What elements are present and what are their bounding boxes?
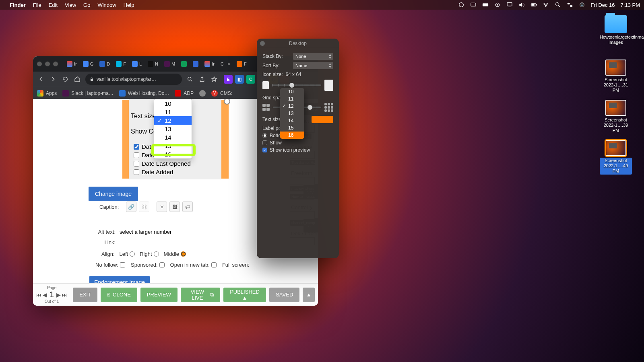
address-bar[interactable]: vanilla.tools/laptopmag/ar… <box>85 74 182 85</box>
close-icon[interactable] <box>260 41 265 46</box>
bookmark-globe[interactable] <box>199 90 206 97</box>
zoom-indicator[interactable] <box>186 75 194 83</box>
published-button[interactable]: PUBLISHED ▲ <box>223 288 266 302</box>
textsize-popup[interactable]: 10 11 12 13 14 15 16 <box>280 88 304 139</box>
forward-button[interactable] <box>49 75 57 83</box>
textsize-option[interactable]: 16 <box>154 150 192 158</box>
textsize-option[interactable]: 15 <box>154 142 192 150</box>
view-options-titlebar[interactable]: Desktop <box>257 39 339 48</box>
textsize-option[interactable]: 13 <box>154 125 192 133</box>
tab[interactable]: M <box>162 60 178 68</box>
desktop-folder[interactable]: Howtoenlargetextinma…images <box>600 15 632 45</box>
special-icon[interactable]: ✳ <box>157 202 167 212</box>
star-button[interactable] <box>210 75 218 83</box>
preview-button[interactable]: PREVIEW <box>140 288 178 302</box>
iconsize-slider[interactable] <box>272 84 321 86</box>
showinfo-checkbox[interactable]: Show <box>262 140 333 146</box>
sponsored-checkbox[interactable]: Sponsored: <box>131 262 165 268</box>
showpreview-checkbox[interactable]: ✓Show icon preview <box>262 147 333 153</box>
back-button[interactable] <box>37 75 45 83</box>
size-opt[interactable]: 15 <box>280 124 304 132</box>
size-opt-hover[interactable]: 16 <box>280 132 304 139</box>
clone-button[interactable]: ⎘CLONE <box>101 288 137 302</box>
size-opt[interactable]: 11 <box>280 95 304 103</box>
bookmark-slack[interactable]: Slack | laptop-ma… <box>62 90 114 97</box>
extension-icon[interactable]: C <box>246 75 255 84</box>
tab[interactable]: D <box>97 60 112 68</box>
col-checkbox-added[interactable]: Date Added <box>134 169 217 175</box>
spotlight-icon[interactable] <box>555 2 561 8</box>
tab[interactable]: Ir <box>64 60 79 68</box>
tab[interactable]: N <box>145 60 161 68</box>
menubar-help[interactable]: Help <box>124 2 134 8</box>
tab[interactable] <box>190 60 201 68</box>
display-icon[interactable] <box>506 2 513 8</box>
tab[interactable]: Ir <box>202 60 217 68</box>
extension-icon[interactable]: ◧ <box>235 75 244 84</box>
zoom-icon[interactable] <box>53 62 58 66</box>
image-icon[interactable]: 🖼 <box>169 202 180 212</box>
saved-button[interactable]: SAVED <box>269 288 299 302</box>
bookmark-cms[interactable]: VCMS: <box>211 90 232 97</box>
menubar-file[interactable]: File <box>33 2 41 8</box>
change-image-button[interactable]: Change image <box>89 187 138 201</box>
desktop-screenshot-2[interactable]: Screenshot 2022-1….39 PM <box>600 100 632 134</box>
menubar-view[interactable]: View <box>65 2 76 8</box>
screenmirror-icon[interactable] <box>470 2 477 8</box>
menubar-go[interactable]: Go <box>83 2 90 8</box>
menubar-app[interactable]: Finder <box>10 2 26 8</box>
menuextra-icon[interactable] <box>458 2 464 8</box>
reload-button[interactable] <box>61 75 69 83</box>
circle-icon[interactable] <box>494 2 501 8</box>
pager-prev[interactable]: ◀ <box>43 292 47 298</box>
stackby-select[interactable]: None▲▼ <box>293 53 333 60</box>
textsize-option[interactable]: 11 <box>154 108 192 116</box>
tab[interactable]: F <box>114 60 128 68</box>
wifi-icon[interactable] <box>543 2 549 8</box>
bookmark-webhosting[interactable]: Web Hosting, Do… <box>119 90 169 97</box>
bookmark-apps[interactable]: Apps <box>37 90 57 97</box>
keyboard-icon[interactable] <box>482 2 489 8</box>
pager-next[interactable]: ▶ <box>56 292 61 298</box>
textsize-option-selected[interactable]: 12 <box>154 116 192 125</box>
tag-icon[interactable]: 🏷 <box>182 202 193 212</box>
alttext-value[interactable]: select a larger number <box>120 229 171 235</box>
tab[interactable]: F <box>234 60 249 68</box>
menubar-window[interactable]: Window <box>97 2 116 8</box>
size-opt[interactable]: 14 <box>280 117 304 124</box>
exit-button[interactable]: EXIT <box>73 288 97 302</box>
menubar-date[interactable]: Fri Dec 16 <box>591 2 615 8</box>
pager-first[interactable]: ⏮ <box>36 292 42 298</box>
menubar-time[interactable]: 7:13 PM <box>621 2 640 8</box>
nofollow-checkbox[interactable]: No follow: <box>95 262 125 268</box>
viewlive-button[interactable]: VIEW LIVE ⧉ <box>181 288 220 302</box>
link-icon[interactable]: 🔗 <box>126 202 136 212</box>
size-opt[interactable]: 10 <box>280 88 304 95</box>
minimize-icon[interactable] <box>45 62 50 66</box>
textsize-option[interactable]: 10 <box>154 99 192 108</box>
home-button[interactable] <box>73 75 81 83</box>
align-left[interactable]: Left <box>120 251 135 257</box>
textsize-option[interactable]: 14 <box>154 133 192 142</box>
controlcenter-icon[interactable] <box>567 2 573 8</box>
siri-icon[interactable] <box>579 2 585 8</box>
extension-icon[interactable]: E <box>224 75 233 84</box>
share-button[interactable] <box>198 75 206 83</box>
window-controls[interactable] <box>37 62 58 66</box>
tab[interactable]: C✕ <box>218 60 233 68</box>
tab[interactable] <box>179 60 189 68</box>
sortby-select[interactable]: Name▲▼ <box>293 62 333 69</box>
tab[interactable]: G <box>80 60 96 68</box>
col-checkbox-lastopened[interactable]: Date Last Opened <box>134 160 217 167</box>
volume-icon[interactable] <box>518 2 525 8</box>
saved-caret-button[interactable]: ▲ <box>303 288 315 302</box>
textsize-select[interactable] <box>312 116 333 123</box>
align-right[interactable]: Right <box>140 251 159 257</box>
fullscreen-checkbox[interactable]: Full screen: <box>222 262 249 268</box>
menubar-edit[interactable]: Edit <box>49 2 58 8</box>
close-icon[interactable] <box>37 62 42 66</box>
pager-last[interactable]: ⏭ <box>62 292 67 298</box>
battery-icon[interactable] <box>530 2 537 8</box>
textsize-dropdown[interactable]: 10 11 12 13 14 15 16 <box>154 99 192 159</box>
desktop-screenshot-1[interactable]: Screenshot 2022-1….31 PM <box>600 60 632 93</box>
